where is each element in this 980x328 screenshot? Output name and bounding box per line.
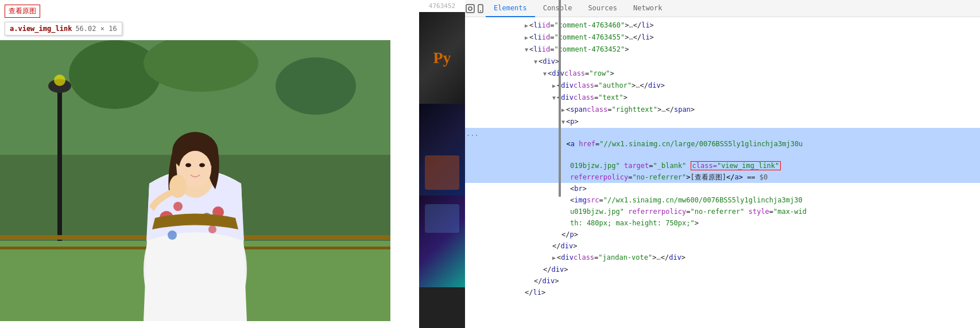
dom-img[interactable]: <img src="//wx1.sinaimg.cn/mw600/0076BSS… — [465, 194, 980, 206]
dom-div-1[interactable]: <div> — [465, 56, 980, 68]
dom-div-row[interactable]: <div class="row"> — [465, 68, 980, 80]
expand-arrow[interactable] — [543, 68, 548, 79]
highlighted-class-attr: class="view_img_link" — [691, 161, 781, 170]
tooltip-dimensions: 56.02 × 16 — [75, 25, 117, 33]
expand-arrow[interactable] — [561, 116, 566, 127]
thumbnail-2[interactable] — [419, 104, 465, 196]
dom-img-2[interactable]: u019bjzw.jpg" referrerpolicy="no-referre… — [465, 206, 980, 217]
svg-point-27 — [480, 10, 481, 11]
dom-p-close[interactable]: </p> — [465, 229, 980, 240]
devtools-panel: Elements Console Sources Network <li id=… — [465, 0, 980, 328]
svg-point-16 — [168, 231, 177, 240]
svg-point-7 — [276, 57, 356, 115]
svg-point-13 — [173, 202, 183, 211]
dom-div-author[interactable]: <div class="author">…</div> — [465, 80, 980, 92]
dom-div-close-2[interactable]: </div> — [465, 275, 980, 287]
dom-li-4763455[interactable]: <li id="comment-4763455">…</li> — [465, 32, 980, 44]
tab-network[interactable]: Network — [625, 0, 671, 17]
element-tooltip: a.view_img_link 56.02 × 16 — [5, 22, 122, 36]
svg-rect-2 — [57, 86, 62, 258]
thumbnail-py-text: Py — [433, 49, 451, 67]
devtools-tab-bar: Elements Console Sources Network — [465, 0, 980, 17]
svg-point-4 — [54, 75, 65, 86]
dom-div-close-1[interactable]: </div> — [465, 264, 980, 275]
dom-span-righttext[interactable]: <span class="righttext">…</span> — [465, 104, 980, 116]
dom-tree[interactable]: <li id="comment-4763460">…</li> <li id="… — [465, 17, 980, 328]
svg-point-15 — [208, 225, 216, 233]
dom-li-4763460[interactable]: <li id="comment-4763460">…</li> — [465, 19, 980, 32]
dom-div-vote[interactable]: <div class="jandan-vote">…</div> — [465, 252, 980, 264]
main-image — [0, 40, 390, 321]
expand-arrow[interactable] — [525, 32, 529, 43]
thumbnail-sidebar: 4763452 Py — [419, 0, 465, 328]
expand-arrow[interactable] — [561, 104, 566, 115]
dom-div-text-close[interactable]: </div> — [465, 240, 980, 252]
thumbnail-3[interactable] — [419, 196, 465, 287]
expand-arrow[interactable] — [552, 92, 557, 103]
image-art — [0, 40, 390, 321]
dom-img-3[interactable]: th: 480px; max-height: 750px;"> — [465, 217, 980, 229]
svg-point-5 — [69, 40, 161, 109]
expand-arrow[interactable] — [552, 252, 557, 263]
page-number: 4763452 — [419, 0, 465, 12]
thumbnail-1[interactable]: Py — [419, 12, 465, 104]
tab-console[interactable]: Console — [535, 0, 580, 17]
dom-li-close[interactable]: </li> — [465, 287, 980, 298]
expand-arrow[interactable] — [525, 20, 529, 31]
dom-a-highlighted[interactable]: ... <a href="//wx1.sinaimg.cn/large/0076… — [465, 128, 980, 160]
svg-point-22 — [199, 163, 205, 167]
tab-sources[interactable]: Sources — [580, 0, 625, 17]
inspect-icon[interactable] — [465, 3, 475, 14]
dom-a-highlighted-2[interactable]: 019bjzw.jpg" target="_blank" class="view… — [465, 160, 980, 171]
svg-point-21 — [185, 163, 191, 167]
svg-point-25 — [468, 7, 472, 10]
expand-arrow[interactable] — [534, 56, 539, 67]
dom-p[interactable]: <p> — [465, 116, 980, 128]
svg-rect-24 — [466, 5, 474, 13]
dom-a-highlighted-3[interactable]: referrerpolicy="no-referrer">[查看原图]</a> … — [465, 171, 980, 183]
tab-elements[interactable]: Elements — [486, 0, 535, 17]
webpage-panel: 查看原图 a.view_img_link 56.02 × 16 — [0, 0, 419, 328]
dom-div-text[interactable]: <div class="text"> — [465, 92, 980, 104]
expand-arrow[interactable] — [525, 44, 529, 55]
dom-br[interactable]: <br> — [465, 183, 980, 194]
mobile-icon[interactable] — [475, 3, 486, 14]
dom-li-4763452[interactable]: <li id="comment-4763452"> — [465, 44, 980, 56]
view-original-button[interactable]: 查看原图 — [5, 5, 40, 18]
tooltip-selector: a.view_img_link — [10, 25, 72, 33]
expand-arrow[interactable] — [552, 80, 557, 91]
